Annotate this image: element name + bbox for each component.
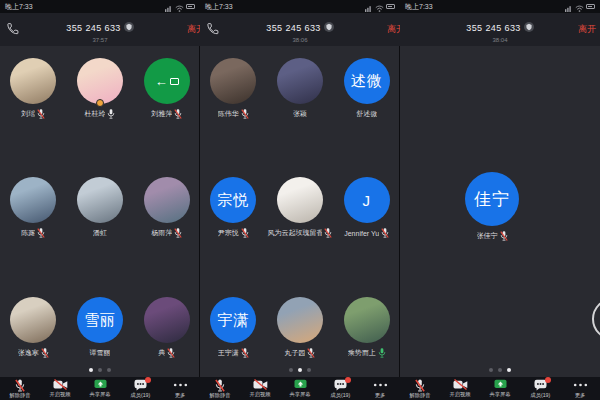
meeting-id: 355 245 633 xyxy=(66,22,133,34)
participant-tile[interactable]: 丸子园 xyxy=(267,297,334,358)
toolbar-button-members-chat[interactable]: 成员(19) xyxy=(120,377,160,400)
meeting-header: 355 245 633 37:57 离开 xyxy=(0,13,200,46)
toolbar-button-mic-muted[interactable]: 解除静音 xyxy=(0,377,40,400)
pagination-dots xyxy=(400,368,600,372)
toolbar-button-label: 解除静音 xyxy=(209,392,230,400)
participant-name-row: 张佳宁 xyxy=(477,231,508,241)
meeting-timer: 38:04 xyxy=(400,37,600,43)
participant-name: 张逸寒 xyxy=(18,348,39,358)
status-bar: 晚上7:33 xyxy=(200,0,400,13)
participant-avatar xyxy=(210,58,256,104)
participant-tile[interactable]: 陈伟华 xyxy=(200,58,267,119)
phone-panel-3: 晚上7:33 355 245 633 38:04 离开 佳宁张佳宁 解除静音开启… xyxy=(400,0,600,400)
participant-tile[interactable]: 刘瑶 xyxy=(0,58,67,119)
participant-avatar xyxy=(277,297,323,343)
toolbar-button-label: 共享屏幕 xyxy=(289,391,310,399)
participant-tile[interactable]: 潘虹 xyxy=(67,177,134,238)
participant-avatar: ← xyxy=(144,58,190,104)
participant-name-row: 舒述微 xyxy=(356,109,377,119)
participant-tile[interactable]: 杜桂玲 xyxy=(67,58,134,119)
mic-active-icon xyxy=(378,348,386,358)
mic-muted-icon xyxy=(174,228,182,238)
toolbar-button-label: 成员(19) xyxy=(130,392,150,400)
phone-panel-1: 晚上7:33 355 245 633 37:57 离开 刘瑶杜桂玲←刘雅萍陈露潘… xyxy=(0,0,200,400)
participant-name: 潘虹 xyxy=(93,228,107,238)
leave-button[interactable]: 离开 xyxy=(578,23,596,36)
participant-avatar xyxy=(10,177,56,223)
camera-off-icon xyxy=(253,379,268,390)
toolbar-button-more-dots[interactable]: 更多 xyxy=(560,377,600,400)
toolbar-button-camera-off[interactable]: 开启视频 xyxy=(440,377,480,400)
participant-avatar xyxy=(77,58,123,104)
mic-muted-icon xyxy=(381,228,389,238)
mic-muted-icon xyxy=(307,348,315,358)
toolbar-button-label: 更多 xyxy=(575,392,586,400)
toolbar-button-label: 开启视频 xyxy=(249,391,270,399)
leave-button[interactable]: 离开 xyxy=(387,23,400,36)
toolbar-button-label: 共享屏幕 xyxy=(89,391,110,399)
participant-tile[interactable]: 雪丽谭雪丽 xyxy=(67,297,134,358)
toolbar-button-camera-off[interactable]: 开启视频 xyxy=(240,377,280,400)
participant-grid: 刘瑶杜桂玲←刘雅萍陈露潘虹杨雨萍张逸寒雪丽谭雪丽典 xyxy=(0,46,200,400)
mic-muted-icon xyxy=(500,231,508,241)
participant-name: 风为云起玫瑰留香 xyxy=(267,228,322,238)
mic-muted-icon xyxy=(15,379,25,391)
participant-tile[interactable]: 张颖 xyxy=(267,58,334,119)
members-chat-icon xyxy=(134,379,147,391)
participant-name: 乘势而上 xyxy=(348,348,376,358)
toolbar-button-share-screen[interactable]: 共享屏幕 xyxy=(480,377,520,400)
participant-name-row: 丸子园 xyxy=(284,348,315,358)
bottom-toolbar: 解除静音开启视频共享屏幕成员(19)更多 xyxy=(200,377,400,400)
toolbar-button-camera-off[interactable]: 开启视频 xyxy=(40,377,80,400)
participant-tile[interactable]: JJennifer Yu xyxy=(333,177,400,238)
battery-icon xyxy=(386,4,395,9)
participant-tile[interactable]: 杨雨萍 xyxy=(133,177,200,238)
participant-tile[interactable]: 典 xyxy=(133,297,200,358)
mic-muted-icon xyxy=(241,109,249,119)
participant-name-row: 陈伟华 xyxy=(218,109,249,119)
bottom-toolbar: 解除静音开启视频共享屏幕成员(19)更多 xyxy=(0,377,200,400)
arrow-decor: ← xyxy=(155,75,168,88)
participant-tile[interactable]: 佳宁张佳宁 xyxy=(454,172,530,241)
toolbar-button-members-chat[interactable]: 成员(19) xyxy=(520,377,560,400)
participant-name-row: 陈露 xyxy=(21,228,45,238)
partial-avatar-edge xyxy=(592,298,600,340)
pagination-dots xyxy=(0,368,200,372)
participant-avatar: J xyxy=(344,177,390,223)
toolbar-button-share-screen[interactable]: 共享屏幕 xyxy=(280,377,320,400)
toolbar-button-share-screen[interactable]: 共享屏幕 xyxy=(80,377,120,400)
participant-tile[interactable]: 宇潇王宇潇 xyxy=(200,297,267,358)
participant-avatar: 雪丽 xyxy=(77,297,123,343)
toolbar-button-more-dots[interactable]: 更多 xyxy=(360,377,400,400)
page-dot xyxy=(289,368,293,372)
participant-name: 尹宗悦 xyxy=(218,228,239,238)
participant-tile[interactable]: 风为云起玫瑰留香 xyxy=(267,177,334,238)
status-time: 晚上7:33 xyxy=(405,2,433,12)
participant-name: 王宇潇 xyxy=(218,348,239,358)
participant-tile[interactable]: 陈露 xyxy=(0,177,67,238)
participant-tile[interactable]: 张逸寒 xyxy=(0,297,67,358)
leave-button[interactable]: 离开 xyxy=(187,23,200,36)
participant-tile[interactable]: ←刘雅萍 xyxy=(133,58,200,119)
mic-muted-icon xyxy=(37,109,45,119)
battery-icon xyxy=(186,4,195,9)
toolbar-button-members-chat[interactable]: 成员(19) xyxy=(320,377,360,400)
meeting-timer: 37:57 xyxy=(0,37,200,43)
participant-name: 谭雪丽 xyxy=(89,348,110,358)
mic-muted-icon xyxy=(167,348,175,358)
participant-name: 典 xyxy=(158,348,165,358)
more-dots-icon xyxy=(173,379,188,391)
status-time: 晚上7:33 xyxy=(5,2,33,12)
participant-tile[interactable]: 述微舒述微 xyxy=(333,58,400,119)
toolbar-button-mic-muted[interactable]: 解除静音 xyxy=(400,377,440,400)
toolbar-button-label: 共享屏幕 xyxy=(489,391,510,399)
toolbar-button-more-dots[interactable]: 更多 xyxy=(160,377,200,400)
participant-name-row: 杨雨萍 xyxy=(151,228,182,238)
participant-tile[interactable]: 乘势而上 xyxy=(333,297,400,358)
box-decor xyxy=(170,78,179,85)
page-dot-active xyxy=(298,368,302,372)
participant-tile[interactable]: 宗悦尹宗悦 xyxy=(200,177,267,238)
toolbar-button-label: 解除静音 xyxy=(409,392,430,400)
toolbar-button-mic-muted[interactable]: 解除静音 xyxy=(200,377,240,400)
mic-on-icon xyxy=(107,109,115,119)
